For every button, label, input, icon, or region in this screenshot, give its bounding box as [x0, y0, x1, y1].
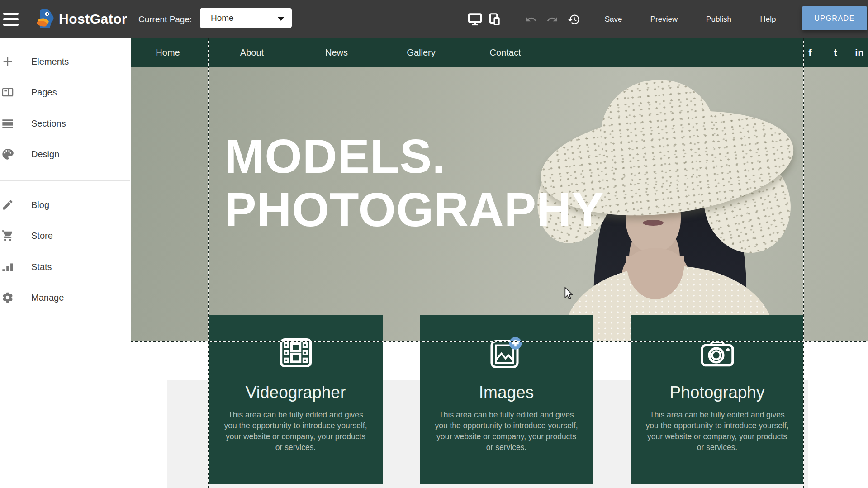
lips [643, 220, 664, 226]
plus-icon [1, 55, 14, 68]
upgrade-button[interactable]: UPGRADE [802, 6, 867, 30]
sidebar-item-label: Pages [31, 87, 57, 98]
sidebar-item-label: Sections [31, 118, 66, 129]
preview-button[interactable]: Preview [650, 0, 678, 38]
top-toolbar: HostGator Current Page: Home Save Previe… [0, 0, 868, 38]
chevron-down-icon [277, 17, 285, 21]
sidebar-item-pages[interactable]: Pages [0, 82, 130, 102]
gator-mascot-icon [33, 8, 56, 30]
sidebar-item-label: Elements [31, 57, 69, 67]
card-photography[interactable]: Photography This area can be fully edite… [631, 315, 804, 484]
twitter-icon[interactable]: t [834, 38, 837, 67]
hostgator-builder-window: HostGator Current Page: Home Save Previe… [0, 0, 868, 488]
sidebar-item-blog[interactable]: Blog [0, 195, 130, 215]
site-nav-news[interactable]: News [325, 38, 348, 67]
card-body: This area can be fully edited and gives … [434, 409, 579, 453]
hostgator-logo: HostGator [33, 6, 127, 32]
hostgator-wordmark: HostGator [59, 11, 127, 27]
card-videographer[interactable]: Videographer This area can be fully edit… [209, 315, 383, 484]
site-nav-gallery[interactable]: Gallery [407, 38, 435, 67]
sidebar-item-design[interactable]: Design [0, 144, 130, 164]
sidebar-item-label: Manage [31, 293, 64, 303]
image-plus-icon [420, 335, 593, 370]
hero-title-line2: PHOTOGRAPHY [224, 183, 604, 236]
current-page-label: Current Page: [138, 0, 192, 38]
sidebar-item-label: Store [31, 231, 53, 241]
hero-section[interactable]: MODELS. PHOTOGRAPHY [131, 67, 868, 342]
content-guide-right [803, 38, 804, 488]
card-title: Photography [631, 383, 804, 402]
sidebar-item-elements[interactable]: Elements [0, 52, 130, 71]
pages-icon [1, 85, 14, 99]
sidebar-item-manage[interactable]: Manage [0, 288, 130, 308]
site-nav-contact[interactable]: Contact [490, 38, 521, 67]
hamburger-menu-icon[interactable] [3, 12, 19, 27]
save-button[interactable]: Save [605, 0, 622, 38]
sections-icon [1, 117, 14, 130]
site-nav-home[interactable]: Home [156, 38, 180, 67]
card-images[interactable]: Images This area can be fully edited and… [420, 315, 593, 484]
page-dropdown-value: Home [211, 8, 234, 28]
linkedin-icon[interactable]: in [855, 38, 864, 67]
hero-title[interactable]: MODELS. PHOTOGRAPHY [224, 129, 604, 236]
history-icon[interactable] [564, 0, 584, 38]
mobile-preview-icon[interactable] [485, 0, 505, 38]
undo-icon[interactable] [521, 0, 541, 38]
card-title: Videographer [209, 383, 383, 402]
page-dropdown[interactable]: Home [200, 8, 292, 28]
palette-icon [1, 147, 14, 161]
gear-icon [1, 291, 14, 304]
film-icon [209, 335, 383, 370]
builder-sidebar: Elements Pages Sections Design Blog Stor… [0, 38, 130, 488]
sidebar-item-stats[interactable]: Stats [0, 257, 130, 277]
camera-icon [631, 335, 804, 370]
site-navbar: Home About News Gallery Contact f t in [131, 38, 868, 67]
sidebar-divider [0, 180, 130, 181]
help-button[interactable]: Help [760, 0, 776, 38]
cart-icon [1, 229, 14, 242]
redo-icon[interactable] [542, 0, 562, 38]
sidebar-item-label: Stats [31, 262, 52, 272]
sidebar-item-store[interactable]: Store [0, 226, 130, 246]
pencil-icon [1, 198, 14, 212]
sidebar-item-label: Design [31, 149, 59, 160]
sidebar-item-label: Blog [31, 200, 49, 210]
publish-button[interactable]: Publish [706, 0, 731, 38]
card-title: Images [420, 383, 593, 402]
hero-title-line1: MODELS. [224, 129, 604, 183]
content-guide-left [208, 38, 209, 488]
section-guide-bottom [131, 341, 868, 342]
desktop-preview-icon[interactable] [465, 0, 485, 38]
facebook-icon[interactable]: f [808, 38, 811, 67]
bar-chart-icon [1, 260, 14, 274]
card-body: This area can be fully edited and gives … [223, 409, 368, 453]
site-preview-canvas: Home About News Gallery Contact f t in [131, 38, 868, 488]
site-nav-about[interactable]: About [240, 38, 264, 67]
sidebar-item-sections[interactable]: Sections [0, 114, 130, 133]
card-body: This area can be fully edited and gives … [645, 409, 790, 453]
